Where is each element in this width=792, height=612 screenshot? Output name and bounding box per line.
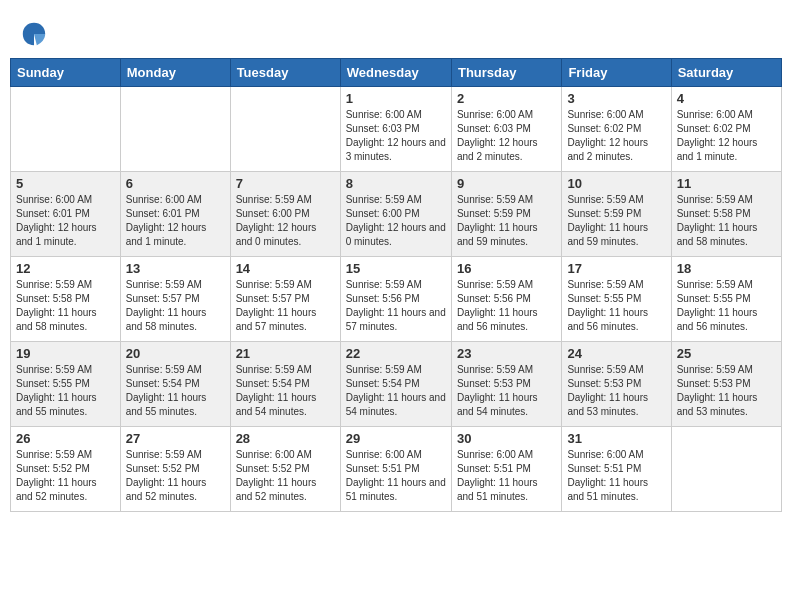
- day-number: 18: [677, 261, 776, 276]
- day-header-sunday: Sunday: [11, 59, 121, 87]
- day-number: 8: [346, 176, 446, 191]
- day-info: Sunrise: 5:59 AM Sunset: 5:58 PM Dayligh…: [677, 193, 776, 249]
- day-info: Sunrise: 5:59 AM Sunset: 5:53 PM Dayligh…: [677, 363, 776, 419]
- day-info: Sunrise: 5:59 AM Sunset: 5:57 PM Dayligh…: [236, 278, 335, 334]
- calendar-cell: 21Sunrise: 5:59 AM Sunset: 5:54 PM Dayli…: [230, 342, 340, 427]
- calendar-cell: [671, 427, 781, 512]
- calendar-cell: 5Sunrise: 6:00 AM Sunset: 6:01 PM Daylig…: [11, 172, 121, 257]
- day-info: Sunrise: 6:00 AM Sunset: 6:02 PM Dayligh…: [567, 108, 665, 164]
- day-number: 20: [126, 346, 225, 361]
- day-info: Sunrise: 5:59 AM Sunset: 5:55 PM Dayligh…: [567, 278, 665, 334]
- day-info: Sunrise: 5:59 AM Sunset: 5:53 PM Dayligh…: [567, 363, 665, 419]
- day-number: 21: [236, 346, 335, 361]
- day-number: 19: [16, 346, 115, 361]
- day-number: 26: [16, 431, 115, 446]
- day-header-thursday: Thursday: [451, 59, 561, 87]
- day-info: Sunrise: 5:59 AM Sunset: 5:58 PM Dayligh…: [16, 278, 115, 334]
- day-header-friday: Friday: [562, 59, 671, 87]
- day-info: Sunrise: 6:00 AM Sunset: 5:52 PM Dayligh…: [236, 448, 335, 504]
- calendar-cell: 27Sunrise: 5:59 AM Sunset: 5:52 PM Dayli…: [120, 427, 230, 512]
- calendar-cell: 10Sunrise: 5:59 AM Sunset: 5:59 PM Dayli…: [562, 172, 671, 257]
- calendar-cell: 24Sunrise: 5:59 AM Sunset: 5:53 PM Dayli…: [562, 342, 671, 427]
- day-info: Sunrise: 5:59 AM Sunset: 5:56 PM Dayligh…: [457, 278, 556, 334]
- day-number: 28: [236, 431, 335, 446]
- calendar-cell: 30Sunrise: 6:00 AM Sunset: 5:51 PM Dayli…: [451, 427, 561, 512]
- calendar-cell: 25Sunrise: 5:59 AM Sunset: 5:53 PM Dayli…: [671, 342, 781, 427]
- day-number: 27: [126, 431, 225, 446]
- day-info: Sunrise: 5:59 AM Sunset: 5:54 PM Dayligh…: [126, 363, 225, 419]
- calendar-cell: 19Sunrise: 5:59 AM Sunset: 5:55 PM Dayli…: [11, 342, 121, 427]
- calendar-cell: 26Sunrise: 5:59 AM Sunset: 5:52 PM Dayli…: [11, 427, 121, 512]
- day-info: Sunrise: 5:59 AM Sunset: 5:55 PM Dayligh…: [16, 363, 115, 419]
- logo: [20, 20, 50, 48]
- calendar-cell: 8Sunrise: 5:59 AM Sunset: 6:00 PM Daylig…: [340, 172, 451, 257]
- day-number: 10: [567, 176, 665, 191]
- day-info: Sunrise: 5:59 AM Sunset: 6:00 PM Dayligh…: [236, 193, 335, 249]
- day-info: Sunrise: 6:00 AM Sunset: 5:51 PM Dayligh…: [457, 448, 556, 504]
- calendar-week-row: 12Sunrise: 5:59 AM Sunset: 5:58 PM Dayli…: [11, 257, 782, 342]
- calendar-cell: 18Sunrise: 5:59 AM Sunset: 5:55 PM Dayli…: [671, 257, 781, 342]
- calendar-week-row: 26Sunrise: 5:59 AM Sunset: 5:52 PM Dayli…: [11, 427, 782, 512]
- day-number: 22: [346, 346, 446, 361]
- day-info: Sunrise: 5:59 AM Sunset: 5:59 PM Dayligh…: [457, 193, 556, 249]
- calendar-week-row: 1Sunrise: 6:00 AM Sunset: 6:03 PM Daylig…: [11, 87, 782, 172]
- calendar-table: SundayMondayTuesdayWednesdayThursdayFrid…: [10, 58, 782, 512]
- day-info: Sunrise: 6:00 AM Sunset: 6:01 PM Dayligh…: [126, 193, 225, 249]
- day-number: 14: [236, 261, 335, 276]
- day-info: Sunrise: 6:00 AM Sunset: 6:01 PM Dayligh…: [16, 193, 115, 249]
- calendar-cell: 14Sunrise: 5:59 AM Sunset: 5:57 PM Dayli…: [230, 257, 340, 342]
- day-number: 11: [677, 176, 776, 191]
- day-info: Sunrise: 6:00 AM Sunset: 6:03 PM Dayligh…: [346, 108, 446, 164]
- calendar-cell: 28Sunrise: 6:00 AM Sunset: 5:52 PM Dayli…: [230, 427, 340, 512]
- day-number: 4: [677, 91, 776, 106]
- day-number: 5: [16, 176, 115, 191]
- calendar-cell: [11, 87, 121, 172]
- calendar-cell: 3Sunrise: 6:00 AM Sunset: 6:02 PM Daylig…: [562, 87, 671, 172]
- calendar-cell: 29Sunrise: 6:00 AM Sunset: 5:51 PM Dayli…: [340, 427, 451, 512]
- day-info: Sunrise: 6:00 AM Sunset: 6:02 PM Dayligh…: [677, 108, 776, 164]
- day-header-wednesday: Wednesday: [340, 59, 451, 87]
- calendar-cell: [230, 87, 340, 172]
- day-number: 30: [457, 431, 556, 446]
- day-info: Sunrise: 5:59 AM Sunset: 5:59 PM Dayligh…: [567, 193, 665, 249]
- day-info: Sunrise: 5:59 AM Sunset: 5:55 PM Dayligh…: [677, 278, 776, 334]
- calendar-cell: 1Sunrise: 6:00 AM Sunset: 6:03 PM Daylig…: [340, 87, 451, 172]
- day-header-monday: Monday: [120, 59, 230, 87]
- logo-icon: [20, 20, 48, 48]
- calendar-week-row: 19Sunrise: 5:59 AM Sunset: 5:55 PM Dayli…: [11, 342, 782, 427]
- calendar-cell: 22Sunrise: 5:59 AM Sunset: 5:54 PM Dayli…: [340, 342, 451, 427]
- day-info: Sunrise: 6:00 AM Sunset: 5:51 PM Dayligh…: [567, 448, 665, 504]
- calendar-cell: 17Sunrise: 5:59 AM Sunset: 5:55 PM Dayli…: [562, 257, 671, 342]
- calendar-cell: 13Sunrise: 5:59 AM Sunset: 5:57 PM Dayli…: [120, 257, 230, 342]
- day-number: 6: [126, 176, 225, 191]
- day-info: Sunrise: 5:59 AM Sunset: 5:54 PM Dayligh…: [346, 363, 446, 419]
- day-info: Sunrise: 5:59 AM Sunset: 5:54 PM Dayligh…: [236, 363, 335, 419]
- day-number: 9: [457, 176, 556, 191]
- day-number: 17: [567, 261, 665, 276]
- day-number: 7: [236, 176, 335, 191]
- day-number: 24: [567, 346, 665, 361]
- day-number: 3: [567, 91, 665, 106]
- day-info: Sunrise: 6:00 AM Sunset: 6:03 PM Dayligh…: [457, 108, 556, 164]
- day-number: 29: [346, 431, 446, 446]
- day-number: 31: [567, 431, 665, 446]
- calendar-cell: 2Sunrise: 6:00 AM Sunset: 6:03 PM Daylig…: [451, 87, 561, 172]
- calendar-cell: 20Sunrise: 5:59 AM Sunset: 5:54 PM Dayli…: [120, 342, 230, 427]
- day-info: Sunrise: 5:59 AM Sunset: 5:52 PM Dayligh…: [126, 448, 225, 504]
- day-number: 12: [16, 261, 115, 276]
- calendar-week-row: 5Sunrise: 6:00 AM Sunset: 6:01 PM Daylig…: [11, 172, 782, 257]
- day-info: Sunrise: 5:59 AM Sunset: 6:00 PM Dayligh…: [346, 193, 446, 249]
- day-number: 15: [346, 261, 446, 276]
- day-info: Sunrise: 5:59 AM Sunset: 5:56 PM Dayligh…: [346, 278, 446, 334]
- day-header-tuesday: Tuesday: [230, 59, 340, 87]
- calendar-cell: 7Sunrise: 5:59 AM Sunset: 6:00 PM Daylig…: [230, 172, 340, 257]
- calendar-cell: [120, 87, 230, 172]
- page-header: [10, 10, 782, 53]
- day-number: 16: [457, 261, 556, 276]
- calendar-cell: 4Sunrise: 6:00 AM Sunset: 6:02 PM Daylig…: [671, 87, 781, 172]
- calendar-cell: 9Sunrise: 5:59 AM Sunset: 5:59 PM Daylig…: [451, 172, 561, 257]
- day-info: Sunrise: 6:00 AM Sunset: 5:51 PM Dayligh…: [346, 448, 446, 504]
- day-info: Sunrise: 5:59 AM Sunset: 5:57 PM Dayligh…: [126, 278, 225, 334]
- calendar-cell: 31Sunrise: 6:00 AM Sunset: 5:51 PM Dayli…: [562, 427, 671, 512]
- day-number: 1: [346, 91, 446, 106]
